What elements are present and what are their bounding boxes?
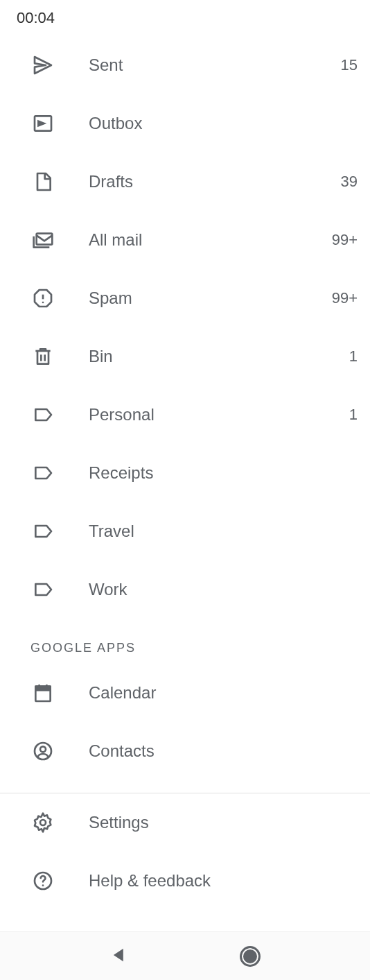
drawer-item-label: Contacts <box>89 741 358 761</box>
label-icon <box>30 461 55 485</box>
drawer-item-label: Personal <box>89 405 349 424</box>
drawer-item-count: 39 <box>341 173 358 191</box>
drawer-item-calendar[interactable]: Calendar <box>0 664 370 722</box>
drawer-item-label: Spam <box>89 289 332 308</box>
status-bar: 00:04 <box>0 0 370 36</box>
drawer-item-label: Outbox <box>89 114 358 133</box>
drawer-item-sent[interactable]: Sent 15 <box>0 36 370 94</box>
spam-icon <box>30 286 55 311</box>
drawer-item-work[interactable]: Work <box>0 560 370 619</box>
drawer-item-label: Settings <box>89 813 358 832</box>
drafts-icon <box>30 169 55 194</box>
drawer-item-count: 1 <box>349 347 358 366</box>
sent-icon <box>30 53 55 78</box>
drawer-item-label: Bin <box>89 347 349 366</box>
drawer-item-count: 15 <box>341 56 358 74</box>
drawer-item-label: Drafts <box>89 172 341 191</box>
svg-point-3 <box>42 302 44 304</box>
drawer-list: Sent 15 Outbox Drafts 39 All mail 99+ Sp… <box>0 36 370 910</box>
drawer-item-label: All mail <box>89 230 332 250</box>
drawer-item-count: 99+ <box>332 289 358 307</box>
drawer-item-drafts[interactable]: Drafts 39 <box>0 153 370 211</box>
outbox-icon <box>30 111 55 136</box>
drawer-item-bin[interactable]: Bin 1 <box>0 327 370 386</box>
drawer-item-label: Travel <box>89 522 358 541</box>
drawer-item-label: Sent <box>89 55 341 75</box>
drawer-item-label: Receipts <box>89 463 358 483</box>
section-header-google-apps: GOOGLE APPS <box>0 619 370 664</box>
status-time: 00:04 <box>17 9 55 27</box>
label-icon <box>30 402 55 427</box>
drawer-item-outbox[interactable]: Outbox <box>0 94 370 153</box>
back-icon[interactable] <box>109 945 129 968</box>
drawer-item-all-mail[interactable]: All mail 99+ <box>0 211 370 269</box>
drawer-item-personal[interactable]: Personal 1 <box>0 386 370 444</box>
settings-icon <box>30 810 55 835</box>
drawer-item-count: 99+ <box>332 231 358 249</box>
bin-icon <box>30 344 55 369</box>
svg-rect-1 <box>37 234 53 245</box>
drawer-item-count: 1 <box>349 406 358 424</box>
drawer-item-help[interactable]: Help & feedback <box>0 852 370 910</box>
drawer-item-spam[interactable]: Spam 99+ <box>0 269 370 327</box>
drawer-item-receipts[interactable]: Receipts <box>0 444 370 502</box>
all-mail-icon <box>30 227 55 252</box>
label-icon <box>30 519 55 544</box>
contacts-icon <box>30 739 55 764</box>
svg-point-12 <box>42 884 44 886</box>
svg-point-9 <box>40 746 46 752</box>
drawer-item-contacts[interactable]: Contacts <box>0 722 370 780</box>
system-nav-bar <box>0 931 370 980</box>
help-icon <box>30 868 55 893</box>
home-icon[interactable] <box>240 946 261 967</box>
svg-point-10 <box>40 820 46 825</box>
drawer-item-label: Work <box>89 580 358 599</box>
drawer-item-label: Calendar <box>89 683 358 703</box>
label-icon <box>30 577 55 602</box>
svg-rect-7 <box>35 687 50 690</box>
calendar-icon <box>30 680 55 705</box>
drawer-item-travel[interactable]: Travel <box>0 502 370 560</box>
drawer-item-settings[interactable]: Settings <box>0 793 370 852</box>
drawer-item-label: Help & feedback <box>89 871 358 891</box>
